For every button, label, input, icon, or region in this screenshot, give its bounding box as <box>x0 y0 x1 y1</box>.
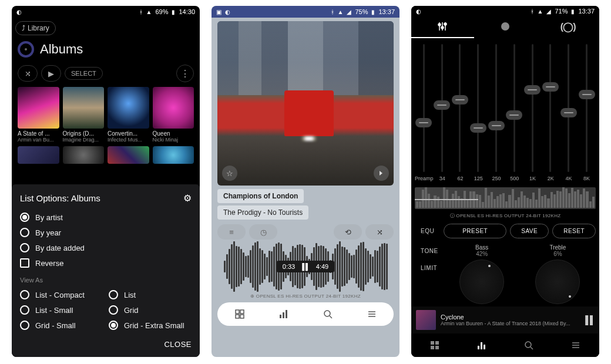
treble-dial[interactable] <box>535 259 580 304</box>
eq-slider[interactable] <box>451 44 469 173</box>
nav-search[interactable] <box>306 302 350 326</box>
select-button[interactable]: SELECT <box>65 67 103 80</box>
treble-value: 6% <box>553 251 562 257</box>
eq-slider[interactable] <box>505 44 523 173</box>
eq-slider[interactable] <box>415 44 433 173</box>
album-tile[interactable] <box>63 146 105 164</box>
preset-button[interactable]: PRESET <box>444 224 506 238</box>
eq-slider[interactable] <box>542 44 560 173</box>
svg-point-15 <box>438 23 441 26</box>
album-cover <box>18 87 59 129</box>
eq-slider[interactable] <box>433 44 451 173</box>
view-option[interactable]: Grid - Small <box>20 318 103 333</box>
view-option[interactable]: Grid <box>109 302 192 318</box>
library-screen: ◐ ᚼ ▲ 69% ▮ 14:30 ⤴ Library Albums ⤨ ▶ S… <box>12 6 200 357</box>
tone-toggle[interactable]: TONE <box>415 247 444 255</box>
freq-label: 500 <box>505 176 523 181</box>
album-tile[interactable]: A State of ... Armin van Bu... <box>18 87 59 143</box>
pause-icon[interactable]: ▌▌ <box>302 263 309 270</box>
reset-button[interactable]: RESET <box>552 224 596 238</box>
sort-label: By date added <box>35 244 85 252</box>
track-title[interactable]: Champions of London <box>217 189 304 203</box>
action-row: ⤨ ▶ SELECT ⋮ <box>12 60 200 87</box>
svg-rect-24 <box>481 342 482 349</box>
album-tile[interactable]: Origins (D... Imagine Drag... <box>63 87 105 143</box>
sort-option[interactable]: By year <box>20 225 192 240</box>
album-tile[interactable]: Queen Nicki Minaj <box>153 87 194 143</box>
list-options-sheet: List Options: Albums ⚙ By artistBy yearB… <box>12 184 200 357</box>
repeat-button[interactable]: ⟲ <box>334 224 362 240</box>
svg-point-17 <box>444 23 446 25</box>
output-info: ⊕ OPENSL ES HI-RES OUTPUT 24-BIT 192KHZ <box>212 292 400 300</box>
view-label: Grid - Small <box>35 321 76 330</box>
nav-menu[interactable] <box>350 302 394 326</box>
view-option[interactable]: List <box>109 287 192 302</box>
eq-slider[interactable] <box>578 44 596 173</box>
battery-text: 71% <box>555 8 568 15</box>
view-option[interactable]: List - Compact <box>20 287 103 302</box>
favorite-button[interactable]: ☆ <box>222 166 237 181</box>
svg-rect-21 <box>431 346 434 349</box>
svg-rect-1 <box>240 310 244 314</box>
control-row: ≡ ◷ ⟲ ⤨ <box>212 223 400 241</box>
close-button[interactable]: CLOSE <box>20 340 192 349</box>
vis-button[interactable]: ≡ <box>217 224 246 240</box>
svg-rect-5 <box>283 312 284 318</box>
freq-label: 62 <box>451 176 469 181</box>
eq-slider[interactable] <box>487 44 505 173</box>
album-art-wrap: ☆ <box>217 21 394 186</box>
album-art[interactable] <box>217 21 394 186</box>
bass-value: 42% <box>476 251 488 257</box>
svg-line-27 <box>531 347 533 349</box>
nav-menu[interactable] <box>552 333 599 357</box>
bluetooth-icon: ᚼ <box>531 8 534 15</box>
eq-slider[interactable] <box>559 44 578 173</box>
signal-icon: ◢ <box>546 8 551 15</box>
next-art-button[interactable] <box>374 166 389 181</box>
shuffle-button[interactable]: ⤨ <box>18 65 38 82</box>
nav-search[interactable] <box>505 333 552 357</box>
shuffle-button[interactable]: ⤨ <box>365 224 394 240</box>
tab-sliders[interactable] <box>411 16 474 38</box>
play-button[interactable]: ▶ <box>41 65 61 82</box>
save-button[interactable]: SAVE <box>510 224 549 238</box>
freq-label: 1K <box>523 176 542 181</box>
sort-option[interactable]: By artist <box>20 210 192 225</box>
album-tile[interactable] <box>18 146 59 164</box>
view-option[interactable]: List - Small <box>20 302 103 318</box>
svg-point-16 <box>441 26 444 29</box>
eq-slider[interactable] <box>469 44 487 173</box>
nav-library[interactable] <box>411 333 458 357</box>
view-option[interactable]: Grid - Extra Small <box>109 318 192 333</box>
eq-slider[interactable] <box>523 44 542 173</box>
waveform-seek[interactable]: 0:33 ▌▌ 4:49 <box>217 243 394 290</box>
nav-library[interactable] <box>217 302 261 326</box>
album-tile[interactable] <box>108 146 149 164</box>
spectrum <box>415 187 596 209</box>
svg-rect-6 <box>286 310 287 318</box>
gear-icon[interactable]: ⚙ <box>183 193 192 204</box>
limit-toggle[interactable]: LIMIT <box>415 264 444 272</box>
nav-equalizer[interactable] <box>261 302 306 326</box>
freq-label: 125 <box>469 176 488 181</box>
tab-dial[interactable] <box>474 16 537 38</box>
view-as-label: View As <box>20 277 192 284</box>
now-playing-bar[interactable]: Cyclone Armin van Buuren - A State of Tr… <box>411 306 599 333</box>
track-artist[interactable]: The Prodigy - No Tourists <box>217 205 308 220</box>
radio-icon <box>20 228 29 237</box>
reverse-checkbox[interactable]: Reverse <box>20 255 192 271</box>
sort-option[interactable]: By date added <box>20 240 192 255</box>
pause-icon[interactable]: ▌▌ <box>585 315 595 325</box>
equ-toggle[interactable]: EQU <box>415 224 440 238</box>
bluetooth-icon: ᚼ <box>331 9 334 15</box>
bass-dial[interactable] <box>459 259 504 304</box>
library-button[interactable]: ⤴ Library <box>15 21 56 35</box>
bass-label: Bass <box>475 244 488 251</box>
nav-equalizer[interactable] <box>458 333 505 357</box>
album-tile[interactable]: Convertin... Infected Mus... <box>108 87 149 143</box>
album-tile[interactable] <box>153 146 194 164</box>
tab-reverb[interactable]: (◯) <box>536 16 599 38</box>
more-button[interactable]: ⋮ <box>176 65 194 82</box>
elapsed-time: 0:33 <box>283 263 295 270</box>
timer-button[interactable]: ◷ <box>249 224 277 240</box>
